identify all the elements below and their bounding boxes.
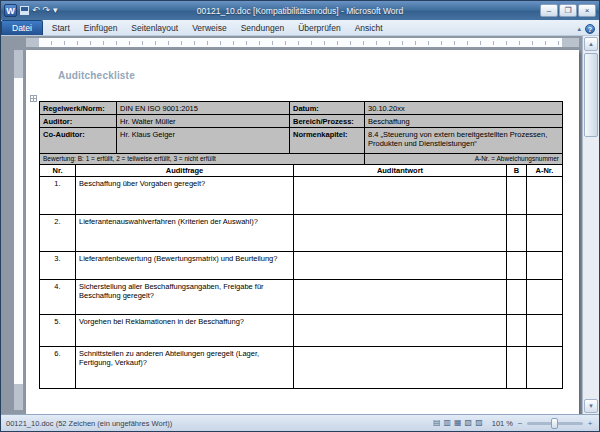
answer-cell[interactable] [294,315,507,347]
audit-row: 4. Sicherstellung aller Beschaffungsanga… [40,280,563,315]
meta-table: Regelwerk/Norm: DIN EN ISO 9001:2015 Dat… [39,101,563,165]
ribbon-right-controls: ▴ ? [577,24,599,35]
window-controls: – ❐ × [539,4,599,17]
scrollbar-thumb[interactable] [584,53,598,137]
horizontal-ruler-text-area [39,38,562,47]
legend-left: Bewertung: B: 1 = erfüllt, 2 = teilweise… [40,154,365,165]
deviation-cell[interactable] [527,315,563,347]
maximize-button[interactable]: ❐ [559,4,577,17]
tab-einfuegen[interactable]: Einfügen [77,21,125,35]
outline-view-icon[interactable]: ▧ [465,419,473,427]
zoom-slider[interactable] [527,422,583,425]
answer-cell[interactable] [294,252,507,280]
meta-label: Bereich/Prozess: [290,115,365,128]
zoom-percentage[interactable]: 101 % [492,419,513,428]
print-layout-view-icon[interactable]: ▤ [433,419,441,427]
deviation-cell[interactable] [527,347,563,389]
legend-row: Bewertung: B: 1 = erfüllt, 2 = teilweise… [40,154,563,165]
word-app-icon: W [4,4,17,17]
tab-verweise[interactable]: Verweise [185,21,234,35]
undo-icon[interactable]: ↶ [32,6,40,15]
status-document-info: 00121_10.doc (52 Zeichen (ein ungefähres… [6,419,172,428]
question-text: Beschaffung über Vorgaben geregelt? [76,177,294,215]
answer-cell[interactable] [294,280,507,315]
document-heading: Auditcheckliste [58,70,135,81]
question-number: 6. [40,347,76,389]
answer-cell[interactable] [294,347,507,389]
meta-label: Normenkapitel: [290,128,365,154]
rating-cell[interactable] [507,177,527,215]
tab-sendungen[interactable]: Sendungen [234,21,292,35]
status-bar: 00121_10.doc (52 Zeichen (ein ungefähres… [1,414,599,431]
deviation-cell[interactable] [527,215,563,252]
question-text: Schnittstellen zu anderen Abteilungen ge… [76,347,294,389]
redo-icon[interactable]: ↷ [43,6,51,15]
zoom-in-icon[interactable]: + [586,419,594,428]
scroll-up-icon[interactable]: ▲ [584,37,598,51]
scroll-down-icon[interactable]: ▼ [584,399,598,413]
tab-datei[interactable]: Datei [1,20,43,35]
draft-view-icon[interactable]: ▨ [475,419,483,427]
status-right-controls: ▤ ▥ ▦ ▧ ▨ 101 % − + [433,419,594,428]
tab-ueberpruefen[interactable]: Überprüfen [291,21,348,35]
titlebar: W ↶ ↷ ▾ 00121_10.doc [Kompatibilitätsmod… [1,1,599,20]
close-button[interactable]: × [578,4,596,17]
meta-row: Regelwerk/Norm: DIN EN ISO 9001:2015 Dat… [40,102,563,115]
column-header-auditantwort: Auditantwort [294,165,507,177]
rating-cell[interactable] [507,215,527,252]
tab-ansicht[interactable]: Ansicht [348,21,390,35]
column-header-auditfrage: Auditfrage [76,165,294,177]
meta-value: 8.4 „Steuerung von extern bereitgestellt… [365,128,563,154]
meta-row: Auditor: Hr. Walter Müller Bereich/Proze… [40,115,563,128]
answer-cell[interactable] [294,177,507,215]
table-move-handle-icon[interactable] [30,95,37,102]
question-text: Vorgehen bei Reklamationen in der Bescha… [76,315,294,347]
meta-value: DIN EN ISO 9001:2015 [117,102,290,115]
deviation-cell[interactable] [527,177,563,215]
rating-cell[interactable] [507,315,527,347]
rating-cell[interactable] [507,347,527,389]
answer-cell[interactable] [294,215,507,252]
save-icon[interactable] [20,6,29,15]
horizontal-ruler[interactable] [26,38,579,47]
question-number: 2. [40,215,76,252]
tab-seitenlayout[interactable]: Seitenlayout [124,21,185,35]
question-number: 5. [40,315,76,347]
legend-right: A-Nr. = Abweichungsnummer [365,154,563,165]
quick-access-toolbar: W ↶ ↷ ▾ [1,4,58,17]
question-number: 3. [40,252,76,280]
vertical-ruler-text-area [14,78,23,384]
deviation-cell[interactable] [527,252,563,280]
minimize-button[interactable]: – [540,4,558,17]
help-icon[interactable]: ? [585,24,595,34]
meta-row: Co-Auditor: Hr. Klaus Geiger Normenkapit… [40,128,563,154]
zoom-slider-thumb[interactable] [551,418,558,429]
audit-row: 6. Schnittstellen zu anderen Abteilungen… [40,347,563,389]
vertical-scrollbar[interactable]: ▲ ▼ [582,36,599,414]
vertical-ruler[interactable] [14,50,23,410]
qat-dropdown-icon[interactable]: ▾ [53,6,58,15]
meta-value: Hr. Walter Müller [117,115,290,128]
question-number: 4. [40,280,76,315]
zoom-out-icon[interactable]: − [516,419,524,428]
ribbon-collapse-icon[interactable]: ▴ [577,25,581,33]
meta-label: Datum: [290,102,365,115]
audit-row: 5. Vorgehen bei Reklamationen in der Bes… [40,315,563,347]
document-page[interactable]: Auditcheckliste Regelwerk/Norm: DIN EN I… [26,50,579,414]
tab-start[interactable]: Start [45,21,77,35]
document-area: Auditcheckliste Regelwerk/Norm: DIN EN I… [1,36,599,414]
window-title: 00121_10.doc [Kompatibilitätsmodus] - Mi… [1,6,599,16]
question-text: Lieferantenauswahlverfahren (Kriterien d… [76,215,294,252]
audit-table: Nr. Auditfrage Auditantwort B A-Nr. 1. B… [39,164,563,389]
deviation-cell[interactable] [527,280,563,315]
fullscreen-view-icon[interactable]: ▥ [443,419,451,427]
rating-cell[interactable] [507,280,527,315]
question-text: Lieferantenbewertung (Bewertungsmatrix) … [76,252,294,280]
audit-header-row: Nr. Auditfrage Auditantwort B A-Nr. [40,165,563,177]
web-layout-view-icon[interactable]: ▦ [454,419,462,427]
question-number: 1. [40,177,76,215]
rating-cell[interactable] [507,252,527,280]
column-header-anr: A-Nr. [527,165,563,177]
column-header-nr: Nr. [40,165,76,177]
meta-label: Regelwerk/Norm: [40,102,117,115]
